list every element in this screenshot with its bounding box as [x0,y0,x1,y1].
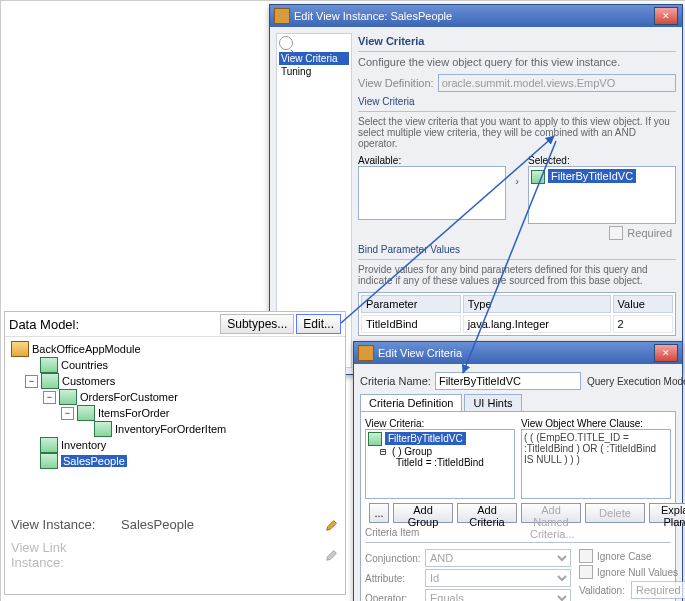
where-label: View Object Where Clause: [521,418,671,429]
vc-tree-label: View Criteria: [365,418,515,429]
tree-orders[interactable]: OrdersForCustomer [80,391,178,403]
view-instance-value: SalesPeople [121,517,325,532]
criteria-item-heading: Criteria Item [365,527,671,538]
tree-countries[interactable]: Countries [61,359,108,371]
vo-icon [77,405,95,421]
configure-desc: Configure the view object query for this… [358,56,676,68]
edit-view-criteria-dialog: Edit View Criteria ✕ Criteria Name: Quer… [353,341,683,601]
dialog-title: Edit View Instance: SalesPeople [294,10,452,22]
vo-icon [41,373,59,389]
tree-customers[interactable]: Customers [62,375,115,387]
qmode-label: Query Execution Mode: [587,376,685,387]
edit-pencil-icon [325,548,339,562]
vo-icon [59,389,77,405]
table-row[interactable]: TitleIdBindjava.lang.Integer2 [361,315,673,333]
edit-button[interactable]: Edit... [296,314,341,334]
bind-desc: Provide values for any bind parameters d… [358,264,676,286]
op-select: Equals [425,589,571,601]
view-criteria-icon [531,170,545,184]
view-criteria-icon [368,432,382,446]
vc-tree[interactable]: FilterByTitleIdVC ⊟ ( ) Group TitleId = … [365,429,515,499]
expand-icon[interactable]: − [61,407,74,420]
ignore-case-checkbox [579,549,593,563]
edit-pencil-icon[interactable] [325,518,339,532]
ignore-case-label: Ignore Case [597,551,651,562]
tab-ui-hints[interactable]: UI Hints [464,394,521,411]
selected-list[interactable]: FilterByTitleIdVC [528,166,676,224]
criteria-menu-button[interactable]: ... [369,503,389,523]
search-icon[interactable] [279,36,293,50]
close-icon[interactable]: ✕ [654,344,678,362]
col-value: Value [613,295,673,313]
vo-icon [40,357,58,373]
bind-params-table: ParameterTypeValue TitleIdBindjava.lang.… [358,292,676,336]
data-model-tree[interactable]: BackOfficeAppModule Countries −Customers… [5,337,345,513]
vc-heading: View Criteria [358,96,676,107]
valid-label: Validation: [579,585,627,596]
data-model-label: Data Model: [9,317,79,332]
ignore-null-checkbox [579,565,593,579]
op-label: Operator: [365,593,421,602]
col-parameter: Parameter [361,295,461,313]
add-named-criteria-button[interactable]: Add Named Criteria... [521,503,581,523]
nav-tuning[interactable]: Tuning [279,65,349,78]
vc-desc: Select the view criteria that you want t… [358,116,676,149]
shuttle-right-icon[interactable]: › [510,155,524,207]
selected-label: Selected: [528,155,676,166]
tree-root[interactable]: BackOfficeAppModule [32,343,141,355]
titlebar: Edit View Criteria ✕ [354,342,682,364]
vo-icon [94,421,112,437]
expand-icon[interactable]: − [43,391,56,404]
bind-heading: Bind Parameter Values [358,244,676,255]
col-type: Type [463,295,611,313]
app-icon [274,8,290,24]
subtypes-button[interactable]: Subtypes... [220,314,294,334]
add-criteria-button[interactable]: Add Criteria [457,503,517,523]
required-checkbox[interactable] [609,226,623,240]
nav-view-criteria[interactable]: View Criteria [279,52,349,65]
view-instance-label: View Instance: [11,517,121,532]
attr-select: Id [425,569,571,587]
expand-icon[interactable]: − [25,375,38,388]
dialog-title: Edit View Criteria [378,347,462,359]
criteria-name-field[interactable] [435,372,581,390]
view-def-field [438,74,676,92]
view-link-instance-label: View Link Instance: [11,540,121,570]
close-icon[interactable]: ✕ [654,7,678,25]
vc-tree-item[interactable]: TitleId = :TitleIdBind [396,457,484,468]
valid-select: Required [631,581,685,599]
available-list[interactable] [358,166,506,220]
selected-vc-item[interactable]: FilterByTitleIdVC [548,169,636,183]
view-def-label: View Definition: [358,77,434,89]
explain-plan-button[interactable]: Explain Plan... [649,503,685,523]
titlebar: Edit View Instance: SalesPeople ✕ [270,5,682,27]
tree-inventory-item[interactable]: InventoryForOrderItem [115,423,226,435]
vo-icon [40,437,58,453]
add-group-button[interactable]: Add Group [393,503,453,523]
vo-icon [40,453,58,469]
conj-select: AND [425,549,571,567]
vc-tree-root[interactable]: FilterByTitleIdVC [385,432,466,445]
tab-criteria-definition[interactable]: Criteria Definition [360,394,462,411]
data-model-panel: Data Model: Subtypes... Edit... BackOffi… [4,311,346,595]
criteria-name-label: Criteria Name: [360,375,431,387]
tree-inventory[interactable]: Inventory [61,439,106,451]
tree-items[interactable]: ItemsForOrder [98,407,170,419]
conj-label: Conjunction: [365,553,421,564]
section-title: View Criteria [358,35,676,47]
tree-salespeople[interactable]: SalesPeople [61,455,127,467]
where-clause: ( ( (EmpEO.TITLE_ID = :TitleIdBind ) OR … [521,429,671,499]
ignore-null-label: Ignore Null Values [597,567,678,578]
required-label: Required [627,227,672,239]
app-icon [358,345,374,361]
vc-tree-group[interactable]: ( ) Group [392,446,432,457]
delete-button[interactable]: Delete [585,503,645,523]
attr-label: Attribute: [365,573,421,584]
module-icon [11,341,29,357]
available-label: Available: [358,155,506,166]
